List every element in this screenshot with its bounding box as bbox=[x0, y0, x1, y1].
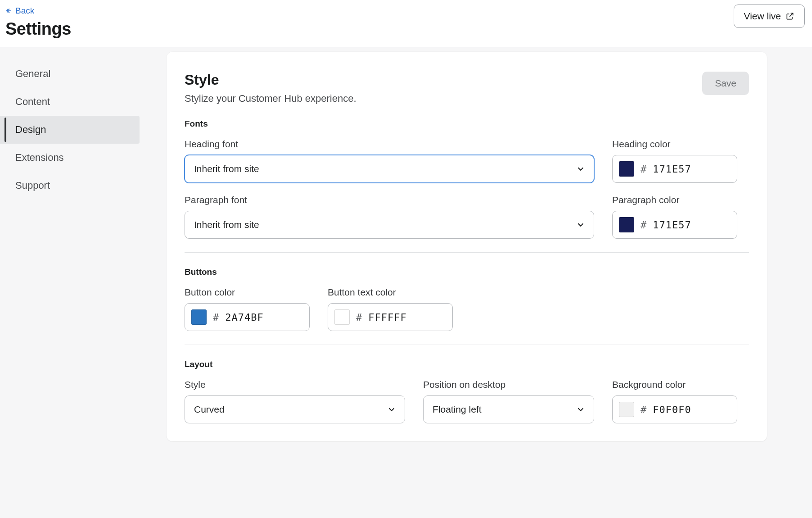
chevron-down-icon bbox=[576, 220, 586, 230]
button-text-color-hex: FFFFFF bbox=[368, 312, 406, 323]
back-link-label: Back bbox=[15, 6, 34, 16]
background-color-swatch bbox=[619, 402, 634, 417]
sidebar-item-content[interactable]: Content bbox=[0, 88, 140, 116]
back-link[interactable]: Back bbox=[5, 5, 34, 19]
button-color-swatch bbox=[191, 309, 207, 325]
save-button[interactable]: Save bbox=[702, 72, 749, 95]
card-title: Style bbox=[185, 72, 356, 88]
chevron-down-icon bbox=[576, 164, 586, 174]
page-title: Settings bbox=[5, 19, 71, 39]
heading-font-value: Inherit from site bbox=[194, 164, 259, 174]
heading-color-input[interactable]: # 171E57 bbox=[612, 155, 737, 183]
arrow-left-icon bbox=[5, 7, 13, 14]
paragraph-color-hex: 171E57 bbox=[653, 219, 691, 231]
external-link-icon bbox=[785, 12, 794, 21]
view-live-label: View live bbox=[744, 11, 781, 22]
button-color-label: Button color bbox=[185, 287, 310, 298]
paragraph-color-input[interactable]: # 171E57 bbox=[612, 211, 737, 239]
settings-card: Style Stylize your Customer Hub experien… bbox=[167, 52, 767, 441]
layout-style-label: Style bbox=[185, 379, 405, 390]
sidebar-item-design[interactable]: Design bbox=[0, 116, 140, 144]
button-text-color-label: Button text color bbox=[328, 287, 453, 298]
background-color-hex: F0F0F0 bbox=[653, 404, 691, 415]
paragraph-color-label: Paragraph color bbox=[612, 195, 737, 205]
background-color-input[interactable]: # F0F0F0 bbox=[612, 395, 737, 423]
chevron-down-icon bbox=[576, 404, 586, 414]
page-header: Back Settings View live bbox=[0, 0, 812, 47]
sidebar-item-support[interactable]: Support bbox=[0, 172, 140, 200]
section-title-fonts: Fonts bbox=[185, 119, 749, 129]
view-live-button[interactable]: View live bbox=[734, 5, 805, 28]
heading-font-label: Heading font bbox=[185, 139, 594, 150]
layout-section: Layout Style Curved Position on desktop … bbox=[185, 345, 749, 423]
sidebar-item-label: Design bbox=[15, 124, 46, 135]
heading-color-label: Heading color bbox=[612, 139, 737, 150]
section-title-layout: Layout bbox=[185, 359, 749, 369]
paragraph-color-swatch bbox=[619, 217, 634, 232]
buttons-section: Buttons Button color # 2A74BF Button tex… bbox=[185, 252, 749, 331]
layout-style-value: Curved bbox=[194, 404, 225, 415]
paragraph-font-select[interactable]: Inherit from site bbox=[185, 211, 594, 239]
layout-position-label: Position on desktop bbox=[423, 379, 594, 390]
fonts-section: Fonts Heading font Inherit from site Hea… bbox=[185, 117, 749, 239]
card-subtitle: Stylize your Customer Hub experience. bbox=[185, 93, 356, 105]
sidebar-item-extensions[interactable]: Extensions bbox=[0, 144, 140, 172]
sidebar-item-label: Extensions bbox=[15, 152, 64, 163]
layout-style-select[interactable]: Curved bbox=[185, 395, 405, 423]
hash-symbol: # bbox=[356, 312, 362, 323]
section-title-buttons: Buttons bbox=[185, 267, 749, 277]
hash-symbol: # bbox=[641, 219, 646, 231]
button-color-hex: 2A74BF bbox=[225, 312, 263, 323]
sidebar-item-label: General bbox=[15, 68, 50, 79]
background-color-label: Background color bbox=[612, 379, 737, 390]
heading-font-select[interactable]: Inherit from site bbox=[185, 155, 594, 183]
hash-symbol: # bbox=[641, 164, 646, 175]
paragraph-font-value: Inherit from site bbox=[194, 219, 259, 230]
button-text-color-swatch bbox=[334, 309, 350, 325]
heading-color-swatch bbox=[619, 161, 634, 177]
hash-symbol: # bbox=[213, 312, 219, 323]
button-color-input[interactable]: # 2A74BF bbox=[185, 303, 310, 331]
sidebar-item-label: Support bbox=[15, 180, 50, 191]
button-text-color-input[interactable]: # FFFFFF bbox=[328, 303, 453, 331]
sidebar: General Content Design Extensions Suppor… bbox=[0, 47, 144, 502]
paragraph-font-label: Paragraph font bbox=[185, 195, 594, 205]
hash-symbol: # bbox=[641, 404, 646, 415]
heading-color-hex: 171E57 bbox=[653, 164, 691, 175]
layout-position-value: Floating left bbox=[433, 404, 482, 415]
chevron-down-icon bbox=[387, 404, 397, 414]
layout-position-select[interactable]: Floating left bbox=[423, 395, 594, 423]
sidebar-item-label: Content bbox=[15, 96, 50, 107]
sidebar-item-general[interactable]: General bbox=[0, 60, 140, 88]
